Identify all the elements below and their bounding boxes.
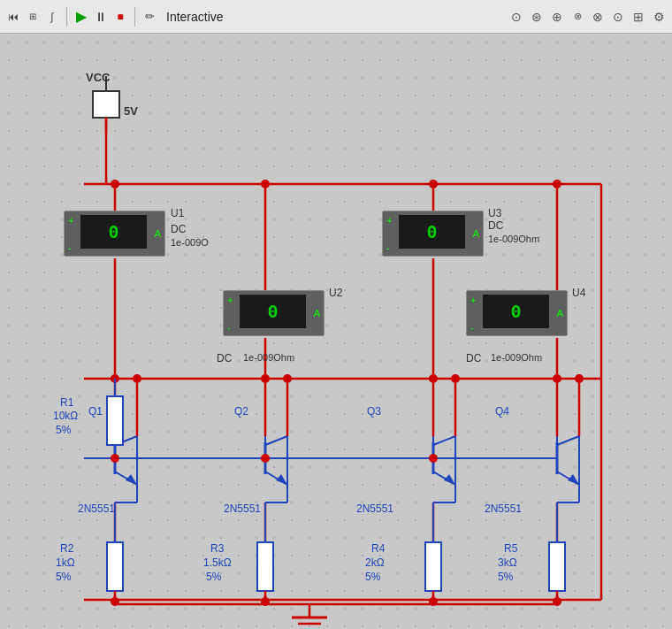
q1-label: Q1 xyxy=(88,405,103,418)
svg-point-102 xyxy=(429,454,438,463)
settings-icon[interactable]: ⚙ xyxy=(651,9,667,25)
u1-id: U1 xyxy=(171,207,184,219)
ammeter-u4-plus: + xyxy=(470,295,476,305)
ammeter-u3-value: 0 xyxy=(426,221,437,242)
q2-model: 2N5551 xyxy=(224,502,261,515)
tool-icon-3[interactable]: ⊕ xyxy=(549,9,565,25)
u4-id: U4 xyxy=(572,287,585,299)
u1-dc: DC xyxy=(171,223,186,235)
schematic-canvas: VCC 5V 0 + - A U1 DC 1e-009O 0 + - A U2 … xyxy=(0,34,672,629)
ammeter-u1-minus: - xyxy=(68,242,72,253)
svg-rect-97 xyxy=(93,91,119,118)
ammeter-u3: 0 + - A xyxy=(382,211,484,257)
u4-ohm: 1e-009Ohm xyxy=(491,352,542,363)
script-icon[interactable]: ∫ xyxy=(44,9,60,25)
step-icon[interactable]: ⊞ xyxy=(25,9,41,25)
pencil-icon[interactable]: ✏ xyxy=(141,9,157,25)
ammeter-u3-minus: - xyxy=(386,242,390,253)
tool-icon-2[interactable]: ⊛ xyxy=(529,9,545,25)
svg-point-71 xyxy=(451,374,460,383)
r4-label: R4 xyxy=(371,542,385,555)
pause-button[interactable]: ⏸ xyxy=(93,9,109,25)
u3-id: U3 xyxy=(488,207,501,219)
r1-tol: 5% xyxy=(56,424,71,436)
svg-line-54 xyxy=(433,436,455,445)
u3-ohm: 1e-009Ohm xyxy=(488,234,539,244)
separator-2 xyxy=(134,7,135,27)
step-back-icon[interactable]: ⏮ xyxy=(5,9,21,25)
svg-point-106 xyxy=(553,597,561,606)
ammeter-u1-plus: + xyxy=(68,215,73,226)
play-button[interactable]: ▶ xyxy=(73,9,89,25)
r2-tol: 5% xyxy=(56,571,71,583)
u2-dc: DC xyxy=(217,352,232,364)
tool-icon-4[interactable]: ⊗ xyxy=(569,9,585,25)
q3-model: 2N5551 xyxy=(356,502,393,515)
ammeter-u4-value: 0 xyxy=(510,301,521,322)
q3-label: Q3 xyxy=(367,405,381,418)
svg-point-105 xyxy=(429,597,438,606)
q4-label: Q4 xyxy=(495,405,509,418)
schematic-svg xyxy=(0,34,672,629)
toolbar-right: ⊙ ⊛ ⊕ ⊗ ⊗ ⊙ ⊞ ⚙ xyxy=(508,9,667,25)
tool-icon-6[interactable]: ⊙ xyxy=(610,9,626,25)
ammeter-u2-a: A xyxy=(314,308,320,318)
ammeter-u2: 0 + - A xyxy=(223,290,325,336)
r3-tol: 5% xyxy=(206,571,221,583)
ammeter-u1: 0 + - A xyxy=(64,211,165,257)
svg-line-47 xyxy=(265,436,287,445)
separator-1 xyxy=(66,7,67,27)
svg-point-6 xyxy=(111,180,119,188)
svg-rect-81 xyxy=(107,542,123,591)
svg-marker-56 xyxy=(444,474,455,485)
ammeter-u4-minus: - xyxy=(470,322,474,333)
tool-icon-7[interactable]: ⊞ xyxy=(630,9,646,25)
ammeter-u4-a: A xyxy=(557,308,563,318)
svg-point-72 xyxy=(575,374,584,383)
r1-value: 10kΩ xyxy=(53,410,78,422)
svg-point-104 xyxy=(261,597,270,606)
svg-point-101 xyxy=(261,454,270,463)
q2-label: Q2 xyxy=(234,405,248,418)
svg-rect-87 xyxy=(425,542,441,591)
tool-icon-1[interactable]: ⊙ xyxy=(508,9,524,25)
svg-point-100 xyxy=(111,454,119,463)
ammeter-u2-value: 0 xyxy=(267,301,278,322)
r2-value: 1kΩ xyxy=(56,556,75,569)
ammeter-u1-a: A xyxy=(155,228,161,239)
r2-label: R2 xyxy=(60,542,73,555)
svg-marker-42 xyxy=(126,474,137,485)
r3-label: R3 xyxy=(210,542,224,555)
r5-tol: 5% xyxy=(498,571,513,583)
r4-tol: 5% xyxy=(365,571,380,583)
r4-value: 2kΩ xyxy=(365,556,385,569)
tool-icon-5[interactable]: ⊗ xyxy=(590,9,606,25)
svg-point-103 xyxy=(111,597,119,606)
svg-rect-84 xyxy=(257,542,273,591)
svg-rect-90 xyxy=(549,542,565,591)
ammeter-u2-minus: - xyxy=(227,322,231,333)
u1-ohm: 1e-009O xyxy=(171,237,209,248)
r3-value: 1.5kΩ xyxy=(203,556,232,569)
q1-model: 2N5551 xyxy=(78,502,115,515)
svg-marker-63 xyxy=(568,474,579,485)
svg-point-70 xyxy=(283,374,292,383)
vcc-label: VCC xyxy=(86,71,110,84)
ammeter-u3-a: A xyxy=(473,228,479,239)
toolbar: ⏮ ⊞ ∫ ▶ ⏸ ■ ✏ Interactive ⊙ ⊛ ⊕ ⊗ ⊗ ⊙ ⊞ … xyxy=(0,0,672,34)
q4-model: 2N5551 xyxy=(485,502,522,515)
mode-label: Interactive xyxy=(166,10,224,24)
u4-dc: DC xyxy=(466,352,481,364)
ammeter-u1-value: 0 xyxy=(108,221,118,242)
stop-button[interactable]: ■ xyxy=(112,9,128,25)
u2-id: U2 xyxy=(329,287,342,299)
r1-label: R1 xyxy=(60,396,73,409)
svg-point-69 xyxy=(133,374,141,383)
svg-marker-49 xyxy=(276,474,287,485)
svg-line-61 xyxy=(557,436,579,445)
svg-rect-78 xyxy=(107,396,123,445)
svg-point-20 xyxy=(553,180,561,188)
u3-dc: DC xyxy=(488,219,503,232)
ammeter-u4: 0 + - A xyxy=(466,290,568,336)
ammeter-u3-plus: + xyxy=(386,215,392,226)
